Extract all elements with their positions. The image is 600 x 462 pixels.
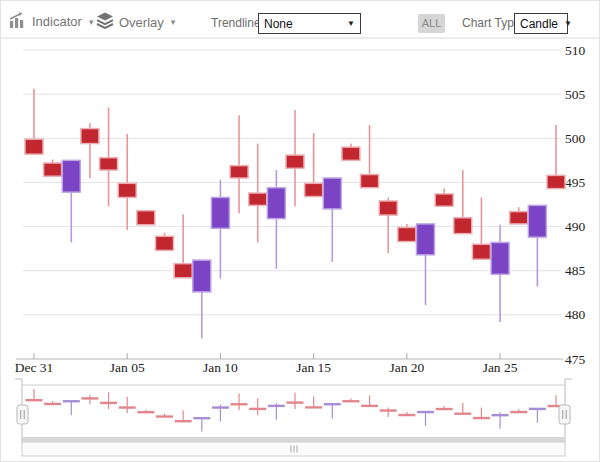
trendline-select[interactable]: None ▼ [258,13,361,34]
candle[interactable] [193,260,211,339]
indicator-menu-button[interactable]: Indicator ▾ [9,12,93,31]
candle[interactable] [174,214,192,278]
candle[interactable] [62,160,80,242]
indicator-chart-icon [9,12,27,31]
x-axis-label: Jan 15 [296,360,331,375]
candle[interactable] [491,225,509,322]
y-axis-label: 480 [565,307,586,322]
candle[interactable] [100,107,118,206]
candle[interactable] [25,89,43,154]
y-axis-label: 475 [565,352,586,367]
candle[interactable] [361,125,379,188]
candle[interactable] [417,224,435,305]
y-axis-label: 495 [565,175,586,190]
candle[interactable] [137,211,155,225]
candle[interactable] [156,233,174,251]
chart-toolbar: Indicator ▾ Overlay ▾ Trendline None ▼ A… [1,1,600,39]
candle[interactable] [379,197,397,253]
chart-type-select[interactable]: Candle ▼ [514,13,568,34]
select-dropdown-arrow-icon: ▼ [564,19,572,28]
x-axis-label: Jan 10 [203,360,238,375]
navigator-mini-series [26,389,565,431]
chart-type-label: Chart Type [462,16,520,30]
y-axis-label: 505 [565,87,586,102]
overlay-menu-button[interactable]: Overlay ▾ [96,12,175,32]
indicator-menu-label: Indicator [32,14,82,29]
navigator-handle-right[interactable] [559,405,570,424]
navigator-divider [22,437,565,442]
candlestick-chart: 475480485490495500505510Dec 31Jan 05Jan … [1,39,600,462]
x-axis-label: Jan 20 [389,360,424,375]
select-dropdown-arrow-icon: ▼ [347,19,355,28]
chevron-down-icon: ▾ [171,17,176,27]
x-axis-label: Jan 25 [483,360,518,375]
candle[interactable] [44,159,62,176]
candle[interactable] [547,125,565,189]
candle[interactable] [528,205,546,286]
candle[interactable] [211,180,229,279]
y-axis-label: 500 [565,131,586,146]
plot-area[interactable] [25,89,565,339]
range-all-button[interactable]: ALL [418,14,445,33]
trendline-select-value: None [264,17,293,31]
chevron-down-icon: ▾ [89,17,94,27]
y-axis-label: 510 [565,43,586,58]
stock-chart-widget: Indicator ▾ Overlay ▾ Trendline None ▼ A… [0,0,600,462]
axes: 475480485490495500505510Dec 31Jan 05Jan … [15,43,586,376]
trendline-label: Trendline [211,16,261,30]
candle[interactable] [510,207,528,224]
layers-icon [96,12,114,32]
candle[interactable] [81,123,99,178]
y-axis-label: 485 [565,263,586,278]
candle[interactable] [230,115,248,213]
y-axis-label: 490 [565,219,586,234]
chart-type-select-value: Candle [520,17,558,31]
candle[interactable] [286,110,304,206]
candle[interactable] [472,197,490,259]
candle[interactable] [454,170,472,234]
candle[interactable] [305,133,323,197]
candle[interactable] [267,170,285,269]
candle[interactable] [323,178,341,262]
navigator-handle-left[interactable] [17,405,28,424]
navigator[interactable] [15,379,572,456]
x-axis-label: Jan 05 [110,360,145,375]
x-axis-label: Dec 31 [15,360,54,375]
overlay-menu-label: Overlay [119,15,164,30]
candle[interactable] [342,144,360,161]
candle[interactable] [249,144,267,243]
candle[interactable] [435,189,453,207]
